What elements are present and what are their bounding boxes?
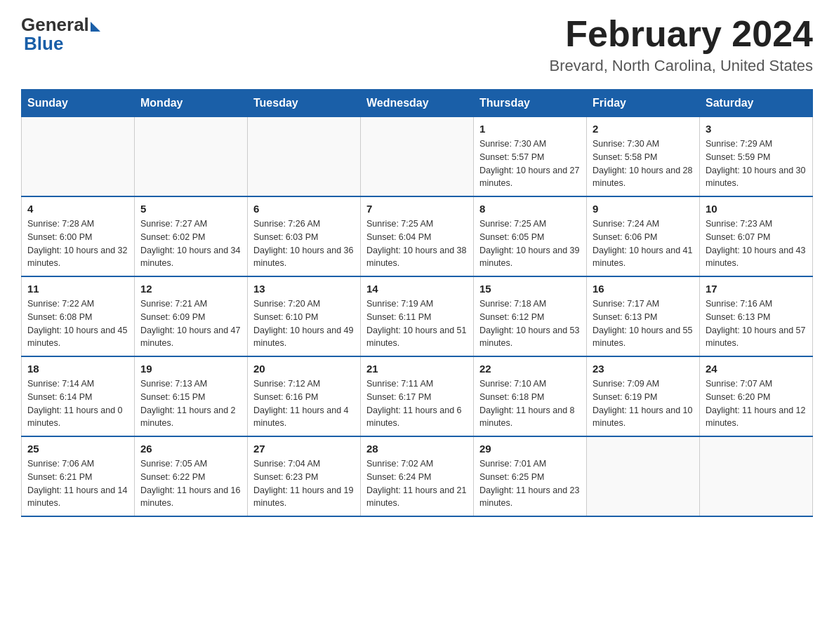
calendar-cell: [361, 117, 474, 197]
day-number: 29: [479, 443, 581, 455]
weekday-header-thursday: Thursday: [474, 90, 587, 117]
day-number: 13: [253, 283, 355, 295]
day-info: Sunrise: 7:28 AMSunset: 6:00 PMDaylight:…: [27, 217, 128, 270]
day-info: Sunrise: 7:17 AMSunset: 6:13 PMDaylight:…: [593, 297, 694, 350]
calendar-cell: 26Sunrise: 7:05 AMSunset: 6:22 PMDayligh…: [135, 436, 248, 516]
day-info: Sunrise: 7:18 AMSunset: 6:12 PMDaylight:…: [479, 297, 581, 350]
day-info: Sunrise: 7:14 AMSunset: 6:14 PMDaylight:…: [27, 377, 128, 430]
calendar-cell: 14Sunrise: 7:19 AMSunset: 6:11 PMDayligh…: [361, 276, 474, 356]
day-info: Sunrise: 7:30 AMSunset: 5:58 PMDaylight:…: [593, 137, 694, 190]
calendar-cell: 22Sunrise: 7:10 AMSunset: 6:18 PMDayligh…: [474, 356, 587, 436]
day-info: Sunrise: 7:01 AMSunset: 6:25 PMDaylight:…: [479, 457, 581, 510]
day-number: 24: [706, 363, 807, 375]
day-info: Sunrise: 7:25 AMSunset: 6:04 PMDaylight:…: [366, 217, 468, 270]
calendar-week-row: 4Sunrise: 7:28 AMSunset: 6:00 PMDaylight…: [22, 196, 813, 276]
calendar-cell: 3Sunrise: 7:29 AMSunset: 5:59 PMDaylight…: [700, 117, 813, 197]
day-number: 27: [253, 443, 355, 455]
day-number: 11: [27, 283, 128, 295]
calendar-cell: 4Sunrise: 7:28 AMSunset: 6:00 PMDaylight…: [22, 196, 135, 276]
calendar-cell: 28Sunrise: 7:02 AMSunset: 6:24 PMDayligh…: [361, 436, 474, 516]
day-number: 2: [593, 123, 694, 135]
weekday-header-tuesday: Tuesday: [248, 90, 361, 117]
day-number: 26: [140, 443, 241, 455]
calendar-cell: [248, 117, 361, 197]
calendar-cell: 29Sunrise: 7:01 AMSunset: 6:25 PMDayligh…: [474, 436, 587, 516]
day-info: Sunrise: 7:04 AMSunset: 6:23 PMDaylight:…: [253, 457, 355, 510]
calendar-cell: 25Sunrise: 7:06 AMSunset: 6:21 PMDayligh…: [22, 436, 135, 516]
calendar-cell: 19Sunrise: 7:13 AMSunset: 6:15 PMDayligh…: [135, 356, 248, 436]
day-number: 6: [253, 203, 355, 215]
calendar-cell: 17Sunrise: 7:16 AMSunset: 6:13 PMDayligh…: [700, 276, 813, 356]
calendar-cell: 12Sunrise: 7:21 AMSunset: 6:09 PMDayligh…: [135, 276, 248, 356]
calendar-cell: 9Sunrise: 7:24 AMSunset: 6:06 PMDaylight…: [587, 196, 700, 276]
calendar-cell: [22, 117, 135, 197]
day-info: Sunrise: 7:13 AMSunset: 6:15 PMDaylight:…: [140, 377, 241, 430]
weekday-header-friday: Friday: [587, 90, 700, 117]
day-number: 21: [366, 363, 468, 375]
calendar-cell: 1Sunrise: 7:30 AMSunset: 5:57 PMDaylight…: [474, 117, 587, 197]
calendar-cell: 27Sunrise: 7:04 AMSunset: 6:23 PMDayligh…: [248, 436, 361, 516]
day-number: 16: [593, 283, 694, 295]
calendar-cell: 11Sunrise: 7:22 AMSunset: 6:08 PMDayligh…: [22, 276, 135, 356]
day-number: 22: [479, 363, 581, 375]
day-number: 20: [253, 363, 355, 375]
day-info: Sunrise: 7:16 AMSunset: 6:13 PMDaylight:…: [706, 297, 807, 350]
calendar-cell: 18Sunrise: 7:14 AMSunset: 6:14 PMDayligh…: [22, 356, 135, 436]
day-info: Sunrise: 7:02 AMSunset: 6:24 PMDaylight:…: [366, 457, 468, 510]
day-number: 25: [27, 443, 128, 455]
day-number: 19: [140, 363, 241, 375]
day-number: 15: [479, 283, 581, 295]
calendar-week-row: 1Sunrise: 7:30 AMSunset: 5:57 PMDaylight…: [22, 117, 813, 197]
day-info: Sunrise: 7:26 AMSunset: 6:03 PMDaylight:…: [253, 217, 355, 270]
day-info: Sunrise: 7:29 AMSunset: 5:59 PMDaylight:…: [706, 137, 807, 190]
calendar-cell: 24Sunrise: 7:07 AMSunset: 6:20 PMDayligh…: [700, 356, 813, 436]
day-number: 10: [706, 203, 807, 215]
calendar-cell: 2Sunrise: 7:30 AMSunset: 5:58 PMDaylight…: [587, 117, 700, 197]
calendar-week-row: 11Sunrise: 7:22 AMSunset: 6:08 PMDayligh…: [22, 276, 813, 356]
title-area: February 2024 Brevard, North Carolina, U…: [550, 14, 813, 75]
day-number: 1: [479, 123, 581, 135]
location-title: Brevard, North Carolina, United States: [550, 57, 813, 75]
day-info: Sunrise: 7:23 AMSunset: 6:07 PMDaylight:…: [706, 217, 807, 270]
calendar-week-row: 18Sunrise: 7:14 AMSunset: 6:14 PMDayligh…: [22, 356, 813, 436]
day-info: Sunrise: 7:07 AMSunset: 6:20 PMDaylight:…: [706, 377, 807, 430]
calendar-cell: [700, 436, 813, 516]
day-number: 7: [366, 203, 468, 215]
weekday-header-wednesday: Wednesday: [361, 90, 474, 117]
logo-blue-text: Blue: [24, 33, 63, 55]
day-info: Sunrise: 7:11 AMSunset: 6:17 PMDaylight:…: [366, 377, 468, 430]
day-number: 28: [366, 443, 468, 455]
day-number: 5: [140, 203, 241, 215]
day-number: 14: [366, 283, 468, 295]
day-info: Sunrise: 7:06 AMSunset: 6:21 PMDaylight:…: [27, 457, 128, 510]
calendar-table: SundayMondayTuesdayWednesdayThursdayFrid…: [21, 89, 813, 517]
day-info: Sunrise: 7:25 AMSunset: 6:05 PMDaylight:…: [479, 217, 581, 270]
day-info: Sunrise: 7:21 AMSunset: 6:09 PMDaylight:…: [140, 297, 241, 350]
day-number: 3: [706, 123, 807, 135]
weekday-header-saturday: Saturday: [700, 90, 813, 117]
calendar-cell: 10Sunrise: 7:23 AMSunset: 6:07 PMDayligh…: [700, 196, 813, 276]
logo: General Blue: [21, 14, 100, 55]
day-number: 8: [479, 203, 581, 215]
weekday-header-sunday: Sunday: [22, 90, 135, 117]
logo-arrow-icon: [91, 22, 100, 32]
calendar-cell: 16Sunrise: 7:17 AMSunset: 6:13 PMDayligh…: [587, 276, 700, 356]
calendar-cell: 6Sunrise: 7:26 AMSunset: 6:03 PMDaylight…: [248, 196, 361, 276]
day-number: 4: [27, 203, 128, 215]
calendar-week-row: 25Sunrise: 7:06 AMSunset: 6:21 PMDayligh…: [22, 436, 813, 516]
day-info: Sunrise: 7:27 AMSunset: 6:02 PMDaylight:…: [140, 217, 241, 270]
weekday-header-monday: Monday: [135, 90, 248, 117]
calendar-cell: [135, 117, 248, 197]
day-number: 9: [593, 203, 694, 215]
day-info: Sunrise: 7:10 AMSunset: 6:18 PMDaylight:…: [479, 377, 581, 430]
month-title: February 2024: [550, 14, 813, 54]
day-info: Sunrise: 7:20 AMSunset: 6:10 PMDaylight:…: [253, 297, 355, 350]
day-info: Sunrise: 7:22 AMSunset: 6:08 PMDaylight:…: [27, 297, 128, 350]
calendar-cell: 5Sunrise: 7:27 AMSunset: 6:02 PMDaylight…: [135, 196, 248, 276]
calendar-cell: [587, 436, 700, 516]
day-number: 18: [27, 363, 128, 375]
calendar-cell: 13Sunrise: 7:20 AMSunset: 6:10 PMDayligh…: [248, 276, 361, 356]
day-number: 23: [593, 363, 694, 375]
day-number: 12: [140, 283, 241, 295]
calendar-cell: 7Sunrise: 7:25 AMSunset: 6:04 PMDaylight…: [361, 196, 474, 276]
